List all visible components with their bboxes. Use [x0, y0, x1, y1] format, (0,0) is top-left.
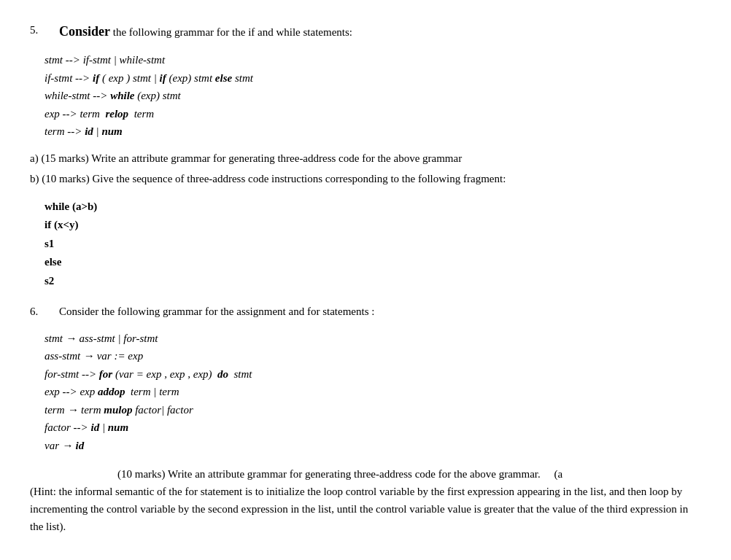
- bottom-text: (10 marks) Write an attribute grammar fo…: [30, 465, 701, 535]
- q6-grammar: stmt → ass-stmt | for-stmt ass-stmt → va…: [45, 330, 701, 454]
- g6-line-4: exp --> exp addop term | term: [45, 384, 701, 400]
- g6-line-6: factor --> id | num: [45, 419, 701, 436]
- code-line-2: if (x<y): [45, 216, 701, 235]
- q5-number: 5.: [30, 22, 52, 42]
- q5-sub-a: a) (15 marks) Write an attribute grammar…: [30, 150, 701, 167]
- grammar-line-5: term --> id | num: [45, 123, 701, 140]
- code-line-3: s1: [45, 235, 701, 254]
- grammar-line-2: if-stmt --> if ( exp ) stmt | if (exp) s…: [45, 70, 701, 87]
- question-5-header: 5. Consider the following grammar for th…: [30, 22, 701, 42]
- code-line-1: while (a>b): [45, 198, 701, 217]
- g6-line-5: term → term mulop factor| factor: [45, 402, 701, 419]
- g6-line-7: var → id: [45, 438, 701, 454]
- code-line-5: s2: [45, 272, 701, 291]
- bottom-para-1: (10 marks) Write an attribute grammar fo…: [30, 465, 701, 483]
- q5-title-bold: Consider: [59, 24, 110, 39]
- bottom-para-2: (Hint: the informal semantic of the for …: [30, 483, 701, 535]
- q5-code-block: while (a>b) if (x<y) s1 else s2: [45, 198, 701, 291]
- question-6-header: 6. Consider the following grammar for th…: [30, 303, 701, 320]
- q5-grammar: stmt --> if-stmt | while-stmt if-stmt --…: [45, 52, 701, 140]
- grammar-line-1: stmt --> if-stmt | while-stmt: [45, 52, 701, 69]
- code-line-4: else: [45, 253, 701, 272]
- q5-title-rest: the following grammar for the if and whi…: [113, 26, 352, 38]
- g6-line-1: stmt → ass-stmt | for-stmt: [45, 330, 701, 347]
- q5-sub-a-text: a) (15 marks) Write an attribute grammar…: [30, 152, 462, 164]
- q6-number: 6.: [30, 303, 52, 320]
- g6-line-2: ass-stmt → var := exp: [45, 348, 701, 365]
- q5-sub-b-text: b) (10 marks) Give the sequence of three…: [30, 173, 506, 184]
- grammar-line-3: while-stmt --> while (exp) stmt: [45, 88, 701, 104]
- page: 5. Consider the following grammar for th…: [30, 22, 701, 535]
- q5-sub-b: b) (10 marks) Give the sequence of three…: [30, 171, 701, 187]
- q6-title: Consider the following grammar for the a…: [59, 303, 374, 320]
- q5-subquestions: a) (15 marks) Write an attribute grammar…: [30, 150, 701, 187]
- grammar-line-4: exp --> term relop term: [45, 106, 701, 122]
- q5-title: Consider the following grammar for the i…: [59, 22, 352, 42]
- g6-line-3: for-stmt --> for (var = exp , exp , exp)…: [45, 366, 701, 383]
